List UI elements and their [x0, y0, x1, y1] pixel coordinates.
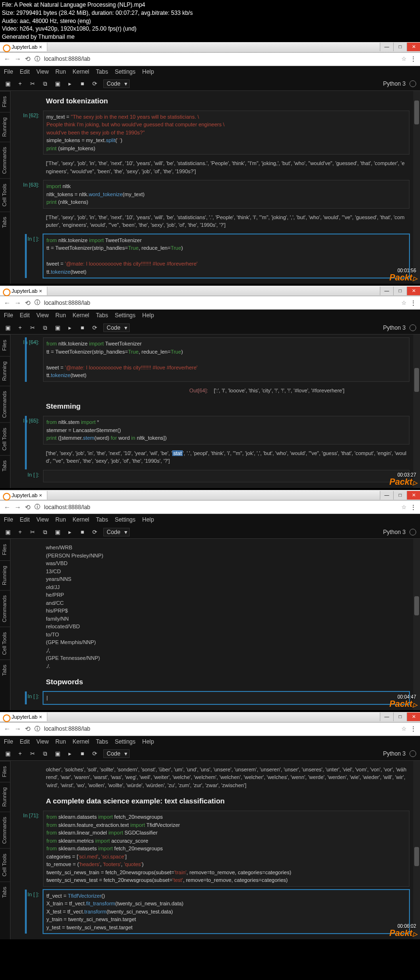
menu-file[interactable]: File	[4, 68, 13, 75]
close-icon[interactable]: ×	[39, 288, 42, 294]
menu-icon[interactable]: ⋮	[410, 56, 416, 62]
scrollbar[interactable]	[413, 334, 420, 488]
browser-tab[interactable]: JupyterLab ×	[0, 713, 47, 721]
back-icon[interactable]: ←	[4, 503, 11, 511]
restart-icon[interactable]: ⟳	[91, 324, 99, 331]
tab-celltools[interactable]: Cell Tools	[0, 178, 10, 212]
code-cell[interactable]: from sklearn.datasets import fetch_20new…	[43, 811, 409, 887]
save-icon[interactable]: ▣	[4, 750, 11, 757]
code-cell-active[interactable]: |	[43, 691, 409, 704]
forward-icon[interactable]: →	[14, 725, 21, 733]
stop-icon[interactable]: ■	[78, 529, 86, 535]
stop-icon[interactable]: ■	[78, 750, 86, 757]
tab-files[interactable]: Files	[0, 91, 10, 112]
maximize-button[interactable]: □	[393, 491, 407, 500]
save-icon[interactable]: ▣	[4, 80, 11, 87]
menu-edit[interactable]: Edit	[20, 68, 30, 75]
star-icon[interactable]: ☆	[401, 56, 407, 62]
code-cell-active[interactable]: tf_vect = TfidfVectorizer() X_train = tf…	[43, 890, 409, 934]
info-icon[interactable]: ⓘ	[34, 55, 40, 63]
reload-icon[interactable]: ⟲	[25, 725, 31, 733]
cut-icon[interactable]: ✂	[29, 324, 36, 331]
menu-settings[interactable]: Settings	[115, 68, 135, 75]
run-icon[interactable]: ▸	[66, 80, 74, 87]
star-icon[interactable]: ☆	[401, 300, 407, 306]
cut-icon[interactable]: ✂	[29, 750, 36, 757]
kernel-name[interactable]: Python 3	[383, 529, 406, 535]
cell-type-select[interactable]: Code	[103, 749, 130, 758]
add-cell-icon[interactable]: +	[16, 324, 24, 331]
minimize-button[interactable]: —	[380, 43, 393, 51]
paste-icon[interactable]: ▣	[54, 80, 61, 87]
back-icon[interactable]: ←	[4, 725, 11, 733]
forward-icon[interactable]: →	[14, 55, 21, 63]
maximize-button[interactable]: □	[393, 43, 407, 51]
scrollbar[interactable]	[413, 539, 420, 710]
minimize-button[interactable]: —	[380, 713, 393, 721]
forward-icon[interactable]: →	[14, 503, 21, 511]
code-cell[interactable]	[43, 470, 409, 483]
run-icon[interactable]: ▸	[66, 324, 74, 331]
menu-kernel[interactable]: Kernel	[73, 68, 89, 75]
star-icon[interactable]: ☆	[401, 504, 407, 511]
back-icon[interactable]: ←	[4, 55, 11, 63]
close-icon[interactable]: ×	[39, 492, 42, 498]
kernel-name[interactable]: Python 3	[383, 324, 406, 331]
paste-icon[interactable]: ▣	[54, 529, 61, 535]
kernel-name[interactable]: Python 3	[383, 750, 406, 757]
browser-tab[interactable]: JupyterLab ×	[0, 491, 47, 500]
copy-icon[interactable]: ⧉	[41, 324, 49, 331]
add-cell-icon[interactable]: +	[16, 80, 24, 87]
menu-run[interactable]: Run	[55, 68, 66, 75]
menu-tabs[interactable]: Tabs	[96, 68, 108, 75]
copy-icon[interactable]: ⧉	[41, 80, 49, 87]
reload-icon[interactable]: ⟲	[25, 55, 31, 63]
tab-running[interactable]: Running	[0, 112, 10, 142]
cell-type-select[interactable]: Code	[103, 79, 130, 88]
close-button[interactable]: ✕	[407, 43, 420, 51]
kernel-name[interactable]: Python 3	[383, 80, 406, 87]
stop-icon[interactable]: ■	[78, 324, 86, 331]
info-icon[interactable]: ⓘ	[34, 725, 40, 733]
back-icon[interactable]: ←	[4, 299, 11, 307]
url-text[interactable]: localhost:8888/lab	[44, 300, 398, 306]
tab-commands[interactable]: Commands	[0, 142, 10, 178]
copy-icon[interactable]: ⧉	[41, 750, 49, 757]
paste-icon[interactable]: ▣	[54, 750, 61, 757]
menu-view[interactable]: View	[36, 68, 49, 75]
close-icon[interactable]: ×	[39, 714, 42, 720]
browser-tab[interactable]: JupyterLab ×	[0, 287, 47, 295]
close-button[interactable]: ✕	[407, 287, 420, 295]
stop-icon[interactable]: ■	[78, 80, 86, 87]
run-icon[interactable]: ▸	[66, 529, 74, 535]
menu-icon[interactable]: ⋮	[410, 300, 416, 306]
minimize-button[interactable]: —	[380, 491, 393, 500]
close-button[interactable]: ✕	[407, 713, 420, 721]
minimize-button[interactable]: —	[380, 287, 393, 295]
cell-type-select[interactable]: Code	[103, 323, 130, 332]
maximize-button[interactable]: □	[393, 713, 407, 721]
cut-icon[interactable]: ✂	[29, 529, 36, 535]
code-cell[interactable]: import nltk nltk_tokens = nltk.word_toke…	[43, 180, 409, 209]
star-icon[interactable]: ☆	[401, 725, 407, 732]
url-text[interactable]: localhost:8888/lab	[44, 504, 398, 511]
tab-tabs[interactable]: Tabs	[0, 212, 10, 233]
cell-type-select[interactable]: Code	[103, 528, 130, 536]
save-icon[interactable]: ▣	[4, 324, 11, 331]
copy-icon[interactable]: ⧉	[41, 529, 49, 535]
reload-icon[interactable]: ⟲	[25, 503, 31, 511]
close-icon[interactable]: ×	[39, 44, 42, 50]
close-button[interactable]: ✕	[407, 491, 420, 500]
scrollbar[interactable]	[413, 761, 420, 940]
url-text[interactable]: localhost:8888/lab	[44, 725, 398, 732]
save-icon[interactable]: ▣	[4, 529, 11, 535]
info-icon[interactable]: ⓘ	[34, 299, 40, 307]
restart-icon[interactable]: ⟳	[91, 529, 99, 535]
browser-tab[interactable]: JupyterLab ×	[0, 43, 47, 51]
code-cell[interactable]: from nltk.stem import * stemmer = Lancas…	[43, 416, 409, 445]
paste-icon[interactable]: ▣	[54, 324, 61, 331]
menu-help[interactable]: Help	[142, 68, 154, 75]
code-cell[interactable]: from nltk.tokenize import TweetTokenizer…	[43, 337, 409, 382]
menu-icon[interactable]: ⋮	[410, 725, 416, 732]
code-cell[interactable]: my_text = "The sexy job in the next 10 y…	[43, 111, 409, 155]
